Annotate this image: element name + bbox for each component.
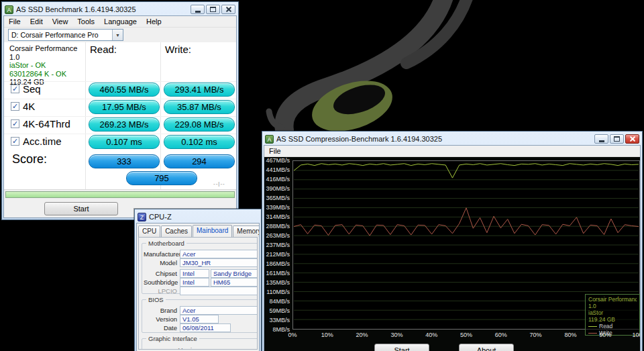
maximize-button[interactable] <box>610 134 624 144</box>
tab-cpu[interactable]: CPU <box>138 225 160 237</box>
compression-start-button[interactable]: Start <box>374 344 429 351</box>
drive-select-value: D: Corsair Performance Pro <box>9 31 112 39</box>
menu-help[interactable]: Help <box>142 16 166 27</box>
minimize-button[interactable] <box>594 134 608 144</box>
acctime-checkbox[interactable]: ✓ <box>11 137 19 146</box>
row-label: 4K-64Thrd <box>23 118 70 130</box>
4k64-write-value: 229.08 MB/s <box>164 117 235 132</box>
benchmark-toolbar: D: Corsair Performance Pro ▼ <box>4 28 236 42</box>
bios-version-label: Version <box>144 315 177 323</box>
compression-about-button[interactable]: About <box>459 344 514 351</box>
maximize-icon <box>614 136 620 142</box>
y-axis-tick: 467MB/s <box>264 157 290 164</box>
4k-checkbox[interactable]: ✓ <box>11 102 19 111</box>
graphic-version-label: Version <box>178 347 199 350</box>
seq-checkbox[interactable]: ✓ <box>11 85 19 93</box>
chart-legend: Corsair Performance 1.0 iaStor 119.24 GB… <box>585 294 640 336</box>
close-icon <box>225 6 232 13</box>
close-icon <box>629 136 636 142</box>
motherboard-groupbox: Motherboard Manufacturer Acer Model JM30… <box>142 243 258 294</box>
x-axis-tick: 0% <box>283 332 302 338</box>
chipset-model-value: Sandy Bridge <box>211 269 258 278</box>
maximize-button[interactable] <box>206 5 220 14</box>
y-axis-tick: 441MB/s <box>264 166 290 173</box>
compression-chart-region: Corsair Performance 1.0 iaStor 119.24 GB… <box>264 157 640 351</box>
y-axis-tick: 135MB/s <box>264 279 290 286</box>
drive-info: Corsair Performance 1.0 iaStor - OK 6301… <box>9 44 77 87</box>
4k64-read-value: 269.23 MB/s <box>89 117 160 132</box>
southbridge-brand-value: Intel <box>180 278 209 287</box>
y-axis-tick: 339MB/s <box>264 204 290 211</box>
close-button[interactable] <box>221 5 235 14</box>
menu-tools[interactable]: Tools <box>72 16 99 27</box>
minimize-icon <box>195 11 201 13</box>
row-label: 4K <box>23 101 35 112</box>
4k64-checkbox[interactable]: ✓ <box>11 119 19 128</box>
compression-benchmark-window: A AS SSD Compression-Benchmark 1.6.4194.… <box>262 131 643 351</box>
lpcio-value <box>180 287 258 295</box>
y-axis-tick: 212MB/s <box>264 251 290 258</box>
benchmark-results-panel: Corsair Performance 1.0 iaStor - OK 6301… <box>4 42 236 190</box>
graphic-interface-section-label: Graphic Interface <box>146 335 199 342</box>
motherboard-section-label: Motherboard <box>146 240 186 247</box>
benchmark-progressbar <box>5 191 235 198</box>
southbridge-label: Southbridge <box>144 279 177 286</box>
chipset-label: Chipset <box>144 270 177 277</box>
seq-write-value: 293.41 MB/s <box>164 83 235 97</box>
y-axis-tick: 33MB/s <box>264 317 290 323</box>
drive-name: Corsair Performance <box>9 44 77 53</box>
manufacturer-label: Manufacturer <box>144 250 177 258</box>
tab-caches[interactable]: Caches <box>161 225 192 237</box>
compression-menubar: File <box>264 146 640 157</box>
row-seq: ✓ Seq 460.55 MB/s 293.41 MB/s <box>4 81 236 99</box>
driver-status: iaStor - OK <box>9 61 77 70</box>
benchmark-start-button[interactable]: Start <box>44 202 118 215</box>
benchmark-titlebar[interactable]: A AS SSD Benchmark 1.6.4194.30325 <box>3 3 237 15</box>
y-axis-tick: 161MB/s <box>264 270 290 277</box>
menu-file[interactable]: File <box>264 146 286 156</box>
score-read: 333 <box>89 154 160 168</box>
y-axis-tick: 237MB/s <box>264 242 290 248</box>
legend-read-label: Read <box>599 323 612 330</box>
menu-file[interactable]: File <box>4 16 25 27</box>
4k-write-value: 35.87 MB/s <box>164 100 235 114</box>
series-write <box>294 208 639 236</box>
dropdown-arrow-icon[interactable]: ▼ <box>112 30 123 40</box>
progress-fill <box>6 192 234 197</box>
manufacturer-value: Acer <box>180 250 258 258</box>
y-axis-tick: 416MB/s <box>264 176 290 183</box>
y-axis-tick: 390MB/s <box>264 185 290 192</box>
row-4k: ✓ 4K 17.95 MB/s 35.87 MB/s <box>4 99 236 116</box>
row-4k-64thrd: ✓ 4K-64Thrd 269.23 MB/s 229.08 MB/s <box>4 116 236 134</box>
cpuz-window-title: CPU-Z <box>149 213 258 221</box>
y-axis-tick: 110MB/s <box>264 289 290 295</box>
desktop: A AS SSD Benchmark 1.6.4194.30325 File E… <box>0 0 644 351</box>
as-ssd-benchmark-window: A AS SSD Benchmark 1.6.4194.30325 File E… <box>1 1 239 220</box>
close-button[interactable] <box>625 134 639 144</box>
menu-view[interactable]: View <box>48 16 73 27</box>
southbridge-model-value: HM65 <box>211 278 258 287</box>
maximize-icon <box>210 7 216 12</box>
bios-version-value: V1.05 <box>180 315 219 323</box>
y-axis-tick: 186MB/s <box>264 260 290 267</box>
benchmark-menubar: File Edit View Tools Language Help <box>4 16 236 28</box>
x-axis-tick: 70% <box>527 332 545 338</box>
drive-select[interactable]: D: Corsair Performance Pro ▼ <box>8 29 123 41</box>
read-column-header: Read: <box>90 44 117 55</box>
menu-edit[interactable]: Edit <box>25 16 48 27</box>
compression-window-title: AS SSD Compression-Benchmark 1.6.4194.30… <box>276 135 592 143</box>
tab-mainboard[interactable]: Mainboard <box>193 225 232 237</box>
drive-version: 1.0 <box>9 53 77 62</box>
minimize-button[interactable] <box>191 5 205 14</box>
cpuz-titlebar[interactable]: Z CPU-Z <box>136 211 260 223</box>
legend-drive-version: 1.0 <box>588 303 637 309</box>
x-axis-tick: 60% <box>492 332 511 338</box>
acctime-read-value: 0.107 ms <box>89 135 160 149</box>
y-axis-tick: 288MB/s <box>264 223 290 230</box>
y-axis-tick: 263MB/s <box>264 232 290 239</box>
alignment-status: 63012864 K - OK <box>9 70 77 79</box>
compression-titlebar[interactable]: A AS SSD Compression-Benchmark 1.6.4194.… <box>264 133 641 145</box>
legend-driver: iaStor <box>588 309 637 316</box>
menu-language[interactable]: Language <box>99 16 142 27</box>
tab-memory[interactable]: Memory <box>233 225 259 237</box>
